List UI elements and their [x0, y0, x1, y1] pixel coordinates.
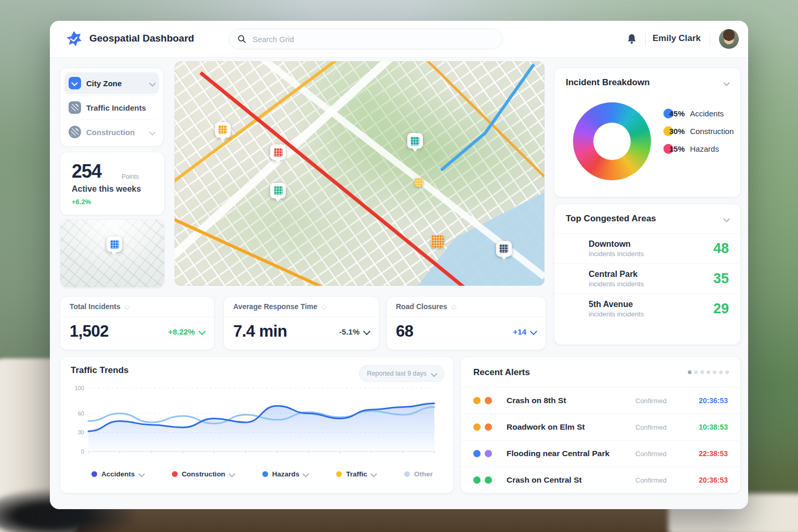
- user-avatar[interactable]: [719, 29, 739, 49]
- chevron-down-icon: [198, 328, 206, 335]
- alert-dot: [485, 476, 492, 484]
- search-input[interactable]: [251, 34, 494, 44]
- legend-label: Other: [414, 470, 433, 478]
- header-divider: [710, 33, 710, 46]
- construction-marker[interactable]: [215, 122, 231, 138]
- legend-label: Construction: [690, 127, 734, 136]
- sidebar-item-label: City Zone: [86, 79, 145, 88]
- kpi-value: 1,502: [70, 322, 109, 341]
- dashboard-window: Geospatial Dashboard Emily Clark City Zo…: [50, 21, 748, 509]
- active-label: Active this weeks: [72, 184, 141, 194]
- alert-title: Roadwork on Elm St: [507, 422, 631, 432]
- area-name: Downtown: [589, 240, 706, 249]
- search-bar[interactable]: [229, 29, 503, 49]
- legend-label: Traffic: [346, 470, 367, 478]
- svg-text:60: 60: [78, 410, 84, 417]
- active-count: 254: [72, 161, 101, 182]
- congested-row-downtown[interactable]: Downtown incidents incidents 48: [554, 233, 740, 263]
- chevron-down-icon: [138, 471, 145, 477]
- alerts-pager-dots[interactable]: [688, 370, 729, 374]
- legend-pct: 30%: [669, 127, 685, 136]
- area-name: 5th Avenue: [589, 300, 706, 309]
- traffic-incidents-icon: [69, 101, 81, 114]
- alert-status: Confirmed: [635, 397, 685, 405]
- legend-item-accidents[interactable]: Accidents: [91, 470, 144, 478]
- legend-dot: [262, 471, 268, 477]
- alert-dot: [473, 476, 481, 484]
- legend-label: Construction: [182, 470, 225, 478]
- sidebar-item-traffic-incidents[interactable]: Traffic Incidents: [64, 97, 159, 118]
- card-title: Recent Alerts: [473, 367, 530, 378]
- layers-menu: City Zone Traffic Incidents Construction: [60, 68, 164, 147]
- kpi-delta[interactable]: +14: [513, 327, 536, 336]
- sidebar-item-city-zone[interactable]: City Zone: [64, 72, 159, 94]
- chevron-down-icon: [370, 471, 377, 477]
- alert-time: 10:38:53: [689, 423, 728, 431]
- legend-item-other[interactable]: Other: [404, 470, 433, 478]
- hazard-marker[interactable]: [270, 183, 286, 198]
- mini-map[interactable]: [60, 219, 165, 288]
- sidebar-item-construction[interactable]: Construction: [64, 121, 159, 143]
- legend-item: 15% Hazards: [663, 144, 734, 154]
- kpi-delta-value: +8.22%: [168, 327, 195, 336]
- alert-time: 22:38:53: [689, 449, 728, 458]
- chevron-down-icon: [149, 80, 156, 87]
- search-icon: [237, 34, 246, 44]
- user-name[interactable]: Emily Clark: [653, 33, 701, 44]
- legend-item-construction[interactable]: Construction: [172, 470, 234, 478]
- legend-dot: [91, 471, 97, 477]
- card-title: Incident Breakdown: [566, 77, 650, 88]
- kpi-delta[interactable]: +8.22%: [168, 327, 205, 336]
- page-title: Geospatial Dashboard: [89, 33, 194, 44]
- kpi-avg-response-time: Average Response Time ◇ 7.4 min -5.1%: [223, 296, 379, 350]
- area-sub: incidents incidents: [589, 280, 706, 288]
- construction-icon: [69, 126, 81, 138]
- divider: [68, 119, 156, 120]
- legend-label: Accidents: [690, 109, 724, 118]
- chevron-down-icon: [302, 471, 309, 477]
- alert-row[interactable]: Crash on Central St Confirmed 20:36:53: [461, 467, 740, 493]
- legend-item-traffic[interactable]: Traffic: [336, 470, 376, 478]
- kpi-total-incidents: Total Incidents ◇ 1,502 +8.22%: [60, 296, 215, 350]
- closure-marker[interactable]: [431, 235, 444, 247]
- congested-row-5th-avenue[interactable]: 5th Avenue incidents incidents 29: [554, 294, 740, 324]
- header-divider: [645, 33, 646, 46]
- chevron-down-icon[interactable]: [723, 216, 730, 222]
- legend-dot: [336, 471, 342, 477]
- transit-marker[interactable]: [407, 133, 423, 149]
- legend-pct: 45%: [669, 109, 685, 118]
- sidebar-item-label: Traffic Incidents: [86, 103, 155, 112]
- chevron-down-icon: [363, 328, 370, 335]
- info-icon: ◇: [125, 303, 130, 311]
- alert-marker[interactable]: [414, 178, 423, 187]
- kpi-road-closures: Road Closures ◇ 68 +14: [386, 296, 546, 350]
- legend-pct: 15%: [669, 144, 685, 153]
- kpi-value: 7.4 min: [233, 322, 287, 341]
- city-zone-icon: [69, 77, 81, 89]
- notifications-bell-icon[interactable]: [626, 33, 638, 45]
- header-bar: Geospatial Dashboard Emily Clark: [50, 21, 748, 58]
- svg-text:30: 30: [78, 429, 84, 435]
- main-map[interactable]: [175, 61, 544, 286]
- station-marker[interactable]: [496, 241, 512, 257]
- trends-filter-dropdown[interactable]: Reported last 9 days: [359, 365, 444, 382]
- alert-dot: [473, 423, 481, 431]
- kpi-title: Average Response Time: [233, 302, 317, 311]
- sidebar-item-label: Construction: [86, 128, 145, 137]
- legend-label: Hazards: [272, 470, 300, 478]
- traffic-trends-chart: 10060300: [71, 383, 443, 465]
- congested-row-central-park[interactable]: Central Park incidents incidents 35: [554, 263, 740, 294]
- legend-item-hazards[interactable]: Hazards: [262, 470, 309, 478]
- chevron-down-icon[interactable]: [723, 79, 730, 86]
- card-title: Top Congested Areas: [566, 214, 656, 224]
- kpi-delta[interactable]: -5.1%: [339, 327, 369, 336]
- mini-map-pin: [107, 236, 122, 252]
- alert-row[interactable]: Flooding near Central Park Confirmed 22:…: [461, 440, 740, 467]
- accident-marker[interactable]: [270, 144, 286, 160]
- alert-title: Crash on 8th St: [507, 396, 631, 405]
- alert-status: Confirmed: [635, 450, 685, 458]
- alert-row[interactable]: Roadwork on Elm St Confirmed 10:38:53: [461, 414, 740, 440]
- alert-dot: [485, 450, 492, 457]
- donut-legend: 45% Accidents 30% Construction 15% Hazar…: [663, 109, 734, 154]
- alert-row[interactable]: Crash on 8th St Confirmed 20:36:53: [461, 387, 740, 414]
